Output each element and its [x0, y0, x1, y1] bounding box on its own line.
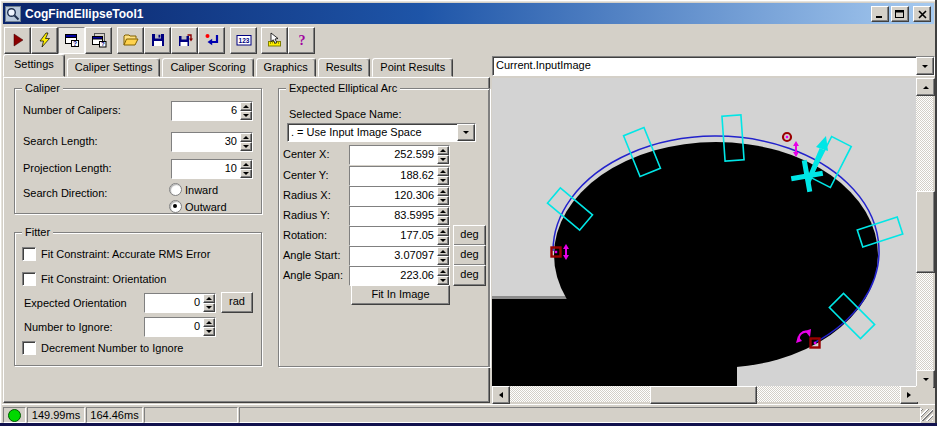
center-y-value[interactable]: 188.62 [350, 167, 437, 185]
outward-radio[interactable] [169, 200, 182, 213]
inward-radio-label: Inward [185, 184, 218, 197]
expected-orientation-spinner [203, 294, 215, 312]
scroll-up-button[interactable] [916, 78, 935, 96]
horizontal-scrollbar-thumb[interactable] [650, 386, 757, 404]
live-run-button[interactable] [31, 27, 58, 54]
scrollbar-corner [916, 386, 933, 402]
close-button[interactable] [913, 6, 931, 22]
tab-point-results[interactable]: Point Results [372, 58, 453, 77]
tab-label: Caliper Scoring [170, 61, 245, 73]
tab-caliper-scoring[interactable]: Caliper Scoring [162, 58, 253, 77]
fit-in-image-button[interactable]: Fit In Image [351, 285, 450, 305]
radius-x-value[interactable]: 120.306 [350, 187, 437, 205]
float-all-windows-button[interactable]: ? [85, 27, 112, 54]
spin-up-button[interactable] [437, 187, 449, 196]
position-size-button[interactable] [261, 27, 288, 54]
spin-up-button[interactable] [437, 227, 449, 236]
spin-down-button[interactable] [437, 176, 449, 185]
help-button[interactable]: ? [288, 27, 315, 54]
spin-up-button[interactable] [240, 160, 252, 169]
inward-radio[interactable] [169, 183, 182, 196]
number-format-button[interactable]: 123 [230, 27, 257, 54]
tab-graphics[interactable]: Graphics [256, 58, 316, 77]
angle-start-deg-button[interactable]: deg [453, 245, 486, 266]
radius-y-label: Radius Y: [283, 209, 330, 222]
number-of-calipers-field[interactable]: 6 [171, 101, 253, 121]
vertical-scrollbar-thumb[interactable] [916, 191, 935, 273]
image-display[interactable] [492, 78, 933, 402]
spin-up-button[interactable] [437, 146, 449, 155]
spin-down-button[interactable] [240, 142, 252, 151]
angle-start-field[interactable]: 3.07097 [349, 246, 450, 266]
spin-up-button[interactable] [437, 207, 449, 216]
tab-settings[interactable]: Settings [3, 54, 65, 77]
rotation-field[interactable]: 177.05 [349, 226, 450, 246]
combo-dropdown-button[interactable] [916, 57, 934, 75]
expected-orientation-value[interactable]: 0 [145, 294, 203, 312]
orientation-checkbox[interactable] [22, 272, 36, 286]
search-length-value[interactable]: 30 [172, 133, 240, 151]
rotation-label: Rotation: [283, 229, 327, 242]
float-window-button[interactable]: ? [58, 27, 85, 54]
spin-up-button[interactable] [437, 247, 449, 256]
number-to-ignore-value[interactable]: 0 [145, 318, 203, 336]
spin-down-button[interactable] [437, 216, 449, 225]
selected-space-combobox[interactable]: . = Use Input Image Space [287, 123, 476, 142]
reset-button[interactable] [198, 27, 225, 54]
horizontal-scrollbar[interactable] [492, 386, 916, 402]
center-x-value[interactable]: 252.599 [350, 146, 437, 164]
spin-down-button[interactable] [437, 155, 449, 164]
projection-length-field[interactable]: 10 [171, 159, 253, 179]
spin-down-button[interactable] [240, 169, 252, 178]
angle-span-field[interactable]: 223.06 [349, 266, 450, 286]
spin-up-button[interactable] [203, 318, 215, 327]
spin-down-button[interactable] [203, 327, 215, 336]
spin-down-button[interactable] [437, 256, 449, 265]
run-button[interactable] [4, 27, 31, 54]
rotation-value[interactable]: 177.05 [350, 227, 437, 245]
spin-down-button[interactable] [437, 196, 449, 205]
spin-up-button[interactable] [240, 102, 252, 111]
minimize-button[interactable] [871, 6, 889, 22]
angle-span-value[interactable]: 223.06 [350, 267, 437, 285]
tab-caliper-settings[interactable]: Caliper Settings [67, 58, 161, 77]
combo-dropdown-button[interactable] [457, 124, 475, 141]
radius-x-field[interactable]: 120.306 [349, 186, 450, 206]
spin-down-button[interactable] [240, 111, 252, 120]
spin-up-button[interactable] [437, 167, 449, 176]
vertical-scrollbar[interactable] [916, 78, 933, 386]
decrement-ignore-checkbox[interactable] [22, 341, 36, 355]
save-image-button[interactable] [171, 27, 198, 54]
spin-up-button[interactable] [240, 133, 252, 142]
center-y-field[interactable]: 188.62 [349, 166, 450, 186]
scroll-left-button[interactable] [492, 386, 510, 404]
save-button[interactable] [144, 27, 171, 54]
expected-orientation-field[interactable]: 0 [144, 293, 216, 313]
tab-results[interactable]: Results [318, 58, 371, 77]
spin-down-button[interactable] [437, 236, 449, 245]
spin-up-button[interactable] [437, 267, 449, 276]
radius-y-value[interactable]: 83.5995 [350, 207, 437, 225]
rms-error-checkbox[interactable] [22, 247, 36, 261]
radius-y-field[interactable]: 83.5995 [349, 206, 450, 226]
search-length-field[interactable]: 30 [171, 132, 253, 152]
rad-unit-button[interactable]: rad [221, 292, 253, 313]
number-to-ignore-field[interactable]: 0 [144, 317, 216, 337]
float-window-icon: ? [64, 32, 80, 50]
maximize-button[interactable] [891, 6, 909, 22]
spin-down-button[interactable] [203, 303, 215, 312]
image-source-selector[interactable]: Current.InputImage [492, 56, 935, 76]
rotation-deg-button[interactable]: deg [453, 225, 486, 246]
run-status-panel [3, 407, 26, 423]
spin-up-button[interactable] [203, 294, 215, 303]
number-of-calipers-value[interactable]: 6 [172, 102, 240, 120]
titlebar[interactable]: CogFindEllipseTool1 [3, 3, 934, 24]
status-panel-empty [239, 407, 921, 423]
resize-grip[interactable] [921, 409, 933, 421]
open-file-button[interactable] [117, 27, 144, 54]
center-x-field[interactable]: 252.599 [349, 145, 450, 165]
angle-span-deg-button[interactable]: deg [453, 265, 486, 286]
spin-down-button[interactable] [437, 276, 449, 285]
projection-length-value[interactable]: 10 [172, 160, 240, 178]
angle-start-value[interactable]: 3.07097 [350, 247, 437, 265]
